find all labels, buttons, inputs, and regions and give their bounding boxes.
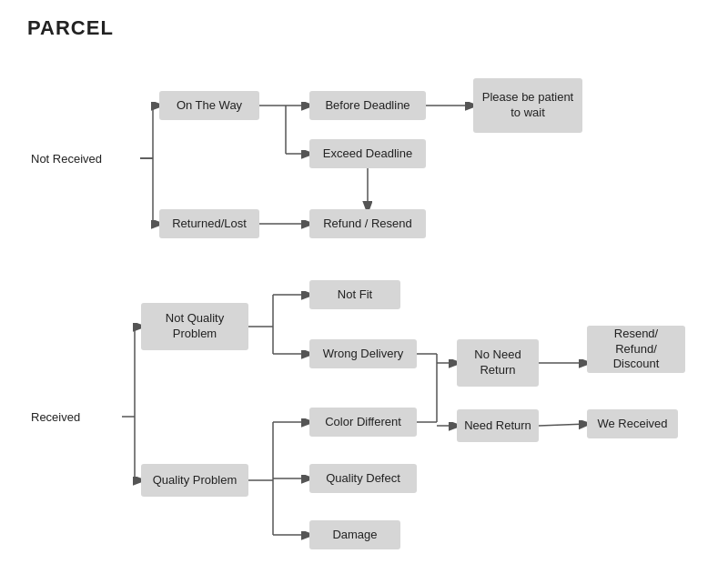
exceed-deadline-box: Exceed Deadline [309, 139, 426, 168]
page-title: PARCEL [27, 16, 114, 40]
before-deadline-box: Before Deadline [309, 91, 426, 120]
wrong-delivery-box: Wrong Delivery [309, 339, 417, 368]
please-wait-box: Please be patient to wait [473, 78, 582, 133]
not-received-label: Not Received [31, 142, 140, 175]
on-the-way-box: On The Way [159, 91, 259, 120]
svg-line-30 [539, 424, 587, 426]
not-fit-box: Not Fit [309, 280, 400, 309]
returned-lost-box: Returned/Lost [159, 209, 259, 238]
resend-refund-discount-box: Resend/ Refund/ Discount [587, 326, 685, 373]
refund-resend-box: Refund / Resend [309, 209, 426, 238]
color-different-box: Color Different [309, 408, 417, 437]
not-quality-problem-box: Not Quality Problem [141, 303, 248, 350]
no-need-return-box: No Need Return [457, 339, 539, 387]
quality-problem-box: Quality Problem [141, 464, 248, 497]
damage-box: Damage [309, 520, 400, 549]
need-return-box: Need Return [457, 409, 539, 442]
quality-defect-box: Quality Defect [309, 464, 417, 493]
we-received-box: We Received [587, 409, 678, 438]
received-label: Received [31, 400, 122, 433]
